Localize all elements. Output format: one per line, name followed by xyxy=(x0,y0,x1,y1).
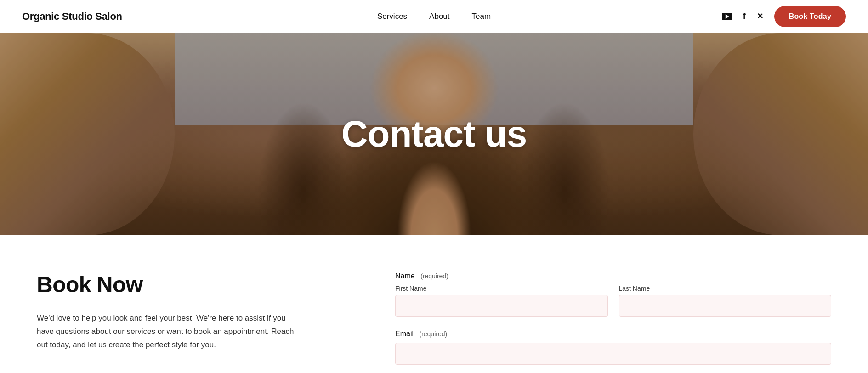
content-left: Book Now We'd love to help you look and … xyxy=(37,272,358,373)
book-now-body: We'd love to help you look and feel your… xyxy=(37,312,294,352)
site-logo[interactable]: Organic Studio Salon xyxy=(22,11,122,23)
email-label: Email (required) xyxy=(395,330,831,338)
first-name-col: First Name xyxy=(395,285,608,317)
last-name-input[interactable] xyxy=(619,295,832,317)
contact-form-container: Name (required) First Name Last Name xyxy=(395,272,831,373)
last-name-label: Last Name xyxy=(619,285,832,292)
nav-item-about[interactable]: About xyxy=(429,12,449,21)
name-label: Name (required) xyxy=(395,272,831,280)
form-group-name: Name (required) First Name Last Name xyxy=(395,272,831,317)
nav-item-services[interactable]: Services xyxy=(377,12,407,21)
name-required-badge: (required) xyxy=(420,272,448,280)
nav-links: Services About Team xyxy=(377,12,491,21)
book-today-button[interactable]: Book Today xyxy=(774,6,846,27)
navbar: Organic Studio Salon Services About Team… xyxy=(0,0,868,33)
form-group-email: Email (required) xyxy=(395,330,831,365)
youtube-icon[interactable] xyxy=(722,13,732,20)
first-name-input[interactable] xyxy=(395,295,608,317)
last-name-col: Last Name xyxy=(619,285,832,317)
navbar-right: f ✕ Book Today xyxy=(722,6,846,27)
email-required-badge: (required) xyxy=(419,330,447,338)
contact-form: Name (required) First Name Last Name xyxy=(395,272,831,365)
book-now-heading: Book Now xyxy=(37,272,358,297)
email-input[interactable] xyxy=(395,343,831,365)
content-section: Book Now We'd love to help you look and … xyxy=(0,235,868,373)
first-name-label: First Name xyxy=(395,285,608,292)
name-row: First Name Last Name xyxy=(395,285,831,317)
x-twitter-icon[interactable]: ✕ xyxy=(757,11,763,21)
hero-title: Contact us xyxy=(341,113,527,155)
nav-item-team[interactable]: Team xyxy=(472,12,491,21)
hero-section: Contact us xyxy=(0,33,868,235)
facebook-icon[interactable]: f xyxy=(743,11,746,21)
